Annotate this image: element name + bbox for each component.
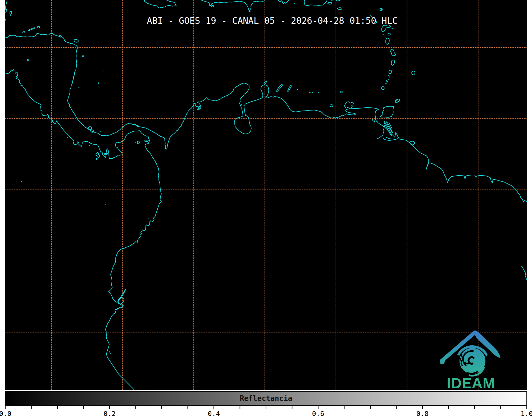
coastline-path (392, 28, 393, 29)
colorbar-tick-label: 1.0 (521, 410, 532, 417)
colorbar-tick-label: 0.4 (208, 410, 220, 417)
colorbar-ticks (5, 406, 527, 409)
coastline-path (135, 142, 136, 143)
map-background (5, 0, 527, 390)
colorbar-tick-label: 0.6 (312, 410, 324, 417)
coastline-path (98, 82, 98, 84)
coastline-path (105, 204, 106, 204)
coastline-path (103, 71, 103, 71)
satellite-map-canvas: IDEAM ABI - GOES 19 - CANAL 05 - 2026-04… (0, 0, 532, 417)
coastline-path (67, 137, 67, 138)
coastline-path (383, 35, 385, 35)
coastline-path (100, 131, 100, 132)
coastline-path (5, 19, 5, 21)
colorbar: 0.00.20.40.60.81.0 Reflectancia (0, 391, 532, 417)
coastline-path (148, 218, 148, 219)
map-title: ABI - GOES 19 - CANAL 05 - 2026-04-28 01… (147, 16, 398, 26)
colorbar-tick-labels: 0.00.20.40.60.81.0 (0, 410, 532, 417)
coastline-path (21, 182, 22, 182)
colorbar-tick-label: 0.8 (416, 410, 429, 417)
logo-text: IDEAM (447, 375, 495, 391)
coastline-path (347, 107, 348, 108)
coastline-path (91, 143, 92, 143)
colorbar-tick-label: 0.0 (0, 410, 11, 417)
colorbar-tick-label: 0.2 (103, 410, 116, 417)
coastline-path (331, 0, 332, 1)
colorbar-label: Reflectancia (240, 394, 292, 402)
figure: IDEAM ABI - GOES 19 - CANAL 05 - 2026-04… (0, 0, 532, 417)
coastline-path (294, 3, 295, 3)
